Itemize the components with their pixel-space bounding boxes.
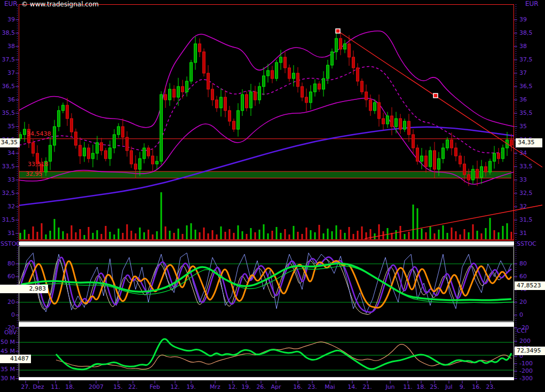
- panel-splitter[interactable]: [19, 241, 514, 246]
- candle-body: [489, 161, 492, 172]
- stoch-tick-label: 60: [519, 273, 527, 280]
- candle-body: [361, 81, 364, 92]
- volume-bar: [54, 219, 56, 239]
- volume-bar: [156, 231, 158, 239]
- candle-body: [357, 68, 359, 81]
- volume-bar: [84, 235, 85, 239]
- time-tick-label: 14.: [347, 384, 357, 390]
- candle-body: [472, 169, 475, 180]
- candle-body: [66, 105, 69, 119]
- candle-body: [122, 127, 124, 137]
- trendline-marker[interactable]: [336, 29, 340, 33]
- candle-body: [169, 89, 171, 100]
- volume-bar: [161, 192, 162, 239]
- volume-bar: [481, 233, 483, 239]
- volume-bar: [186, 225, 188, 239]
- price-tick-label: 37: [7, 70, 15, 76]
- candle-body: [173, 89, 176, 97]
- candle-body: [305, 97, 308, 103]
- candle-body: [100, 143, 103, 151]
- price-tick-label: 31,5: [2, 217, 15, 223]
- candle-body: [438, 159, 440, 169]
- price-tick-label: 33: [519, 177, 527, 183]
- price-tick-label: 32,5: [519, 190, 533, 197]
- candle-body: [83, 148, 86, 156]
- price-tick-label: 34: [519, 150, 527, 156]
- bottom-splitter[interactable]: [19, 378, 514, 380]
- last-price-box-left: 34,35: [0, 138, 20, 147]
- price-tick-label: 37: [519, 70, 527, 76]
- candle-body: [421, 156, 423, 161]
- time-tick-label: 22.: [128, 384, 138, 390]
- volume-bar: [259, 230, 260, 239]
- volume-bar: [396, 230, 397, 239]
- candle-body: [79, 145, 82, 156]
- volume-bar: [267, 233, 269, 239]
- candle-body: [96, 143, 99, 153]
- candle-body: [211, 89, 214, 100]
- volume-bar: [408, 232, 410, 239]
- candle-body: [395, 119, 398, 127]
- volume-bar: [131, 231, 132, 239]
- volume-bar: [33, 226, 34, 239]
- candle-body: [126, 137, 129, 151]
- volume-bar: [438, 230, 440, 239]
- candle-body: [386, 116, 389, 124]
- candle-body: [275, 62, 278, 79]
- candle-body: [412, 135, 415, 148]
- volume-bar: [88, 227, 90, 239]
- price-tick-label: 32: [7, 203, 15, 210]
- time-tick-label: 15.: [113, 384, 123, 390]
- price-tick-label: 35: [519, 123, 527, 130]
- candle-body: [468, 175, 470, 180]
- candle-body: [408, 121, 410, 135]
- price-tick-label: 35,5: [2, 110, 15, 116]
- candle-body: [254, 92, 257, 100]
- price-tick-label: 32,5: [2, 190, 15, 197]
- volume-trendline: [365, 205, 542, 239]
- price-tick-label: 36,5: [519, 83, 533, 90]
- volume-bar: [37, 232, 38, 239]
- price-tick-label: 36: [7, 97, 15, 103]
- cci-tick-label: -200: [519, 368, 533, 374]
- trendline-marker[interactable]: [433, 93, 438, 98]
- time-tick-label: 23.: [486, 384, 495, 390]
- trading-chart-window: EUR EUR © www.tradesignal.com 34,5438 33…: [0, 0, 545, 392]
- candle-body: [455, 148, 457, 156]
- price-tick-label: 35: [7, 123, 15, 130]
- volume-bar: [109, 232, 111, 239]
- time-tick-label: 27.: [21, 384, 30, 390]
- volume-bar: [443, 225, 444, 239]
- volume-bar: [357, 231, 359, 239]
- level-label-33-318: 33,318: [28, 161, 49, 168]
- volume-bar: [498, 232, 500, 239]
- time-tick-label: Feb: [149, 384, 160, 390]
- candle-body: [194, 44, 197, 62]
- candle-body: [322, 79, 325, 89]
- volume-bar: [182, 234, 184, 239]
- candle-body: [365, 92, 368, 100]
- candle-body: [374, 103, 376, 111]
- volume-bar: [148, 230, 149, 239]
- down-trendline: [338, 31, 542, 167]
- candle-body: [502, 148, 504, 159]
- volume-bar: [387, 228, 389, 239]
- volume-bar: [276, 227, 278, 239]
- candle-body: [476, 169, 479, 177]
- volume-bar: [353, 234, 354, 239]
- stochastic-panel: [19, 253, 516, 315]
- candle-body: [139, 159, 141, 169]
- volume-bar: [71, 225, 73, 239]
- price-tick-label: 38,5: [519, 30, 533, 36]
- candle-body: [510, 140, 513, 145]
- volume-bar: [191, 223, 192, 239]
- volume-bar: [272, 231, 273, 239]
- candle-body: [49, 145, 52, 161]
- volume-bar: [460, 234, 461, 239]
- panel-splitter[interactable]: [19, 322, 514, 326]
- obv-line: [56, 339, 511, 370]
- obv-tick-label: 50 M: [1, 339, 15, 346]
- volume-bar: [306, 228, 307, 239]
- candle-body: [463, 164, 466, 175]
- candle-body: [301, 87, 304, 97]
